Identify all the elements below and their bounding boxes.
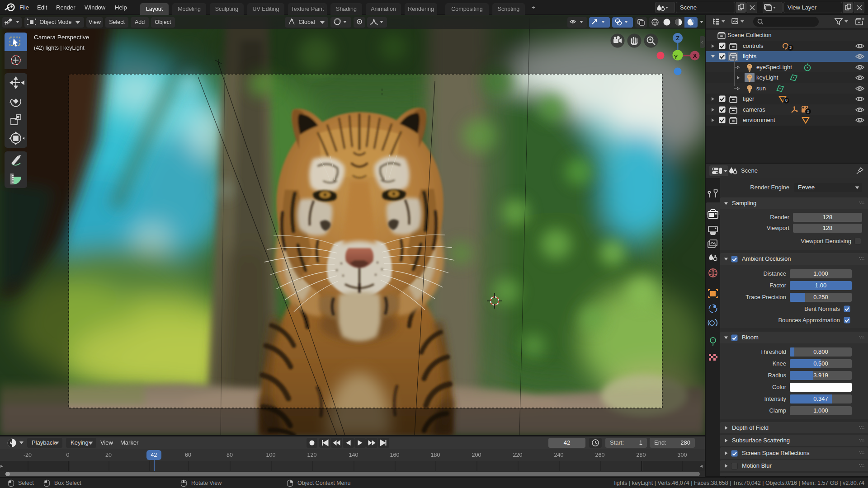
svg-text:Z: Z — [676, 35, 679, 42]
svg-text:Y: Y — [674, 54, 678, 61]
svg-text:X: X — [693, 52, 697, 59]
svg-text:‹: ‹ — [701, 39, 703, 45]
